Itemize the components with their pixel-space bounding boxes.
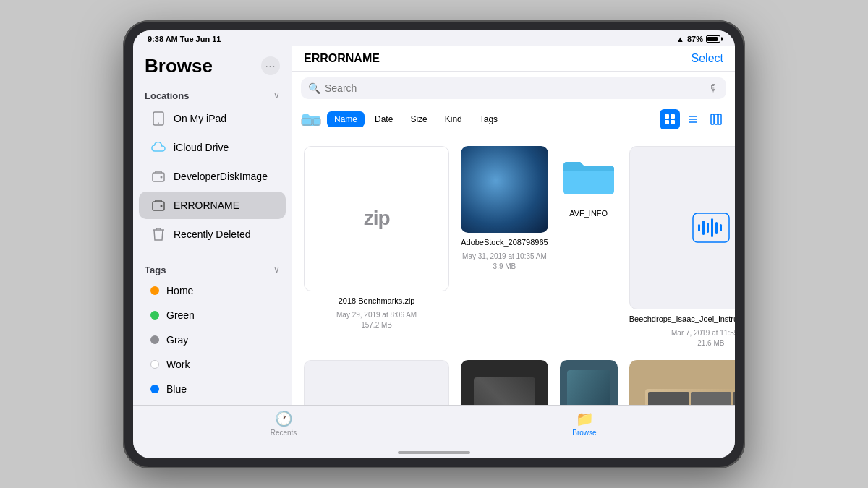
tag-dot-gray bbox=[150, 335, 159, 344]
tag-dot-green bbox=[150, 311, 159, 320]
file-name-avf: AVF_INFO bbox=[569, 208, 608, 218]
file-grid: zip 2018 Benchmarks.zip May 29, 2019 at … bbox=[292, 134, 735, 405]
tab-browse[interactable]: 📁 Browse bbox=[434, 410, 735, 437]
file-item-c0123[interactable]: C0123 Apr 4, 2019 at 12:42 PM364.9 MB bbox=[560, 360, 618, 404]
svg-rect-19 bbox=[698, 224, 700, 231]
file-name-zip: 2018 Benchmarks.zip bbox=[339, 296, 415, 306]
locations-title: Locations bbox=[145, 90, 189, 101]
browser-toolbar: Name Date Size Kind Tags bbox=[292, 105, 735, 134]
tag-green-label: Green bbox=[166, 309, 195, 321]
tab-recents[interactable]: 🕐 Recents bbox=[133, 410, 434, 437]
svg-rect-17 bbox=[718, 114, 721, 124]
tags-title: Tags bbox=[145, 265, 166, 275]
file-name-beechdrops: Beechdrops_Isaac_Joel_instrume...OSSLESS bbox=[629, 314, 735, 324]
mic-icon[interactable]: 🎙 bbox=[709, 82, 719, 94]
status-bar: 9:38 AM Tue Jun 11 ▲ 87% bbox=[133, 30, 735, 46]
view-list-button[interactable] bbox=[683, 109, 703, 129]
tag-dot-blue bbox=[150, 385, 159, 393]
sidebar-item-developer-disk-image[interactable]: DeveloperDiskImage bbox=[139, 163, 286, 190]
battery-text: 87% bbox=[687, 35, 703, 43]
developer-disk-image-label: DeveloperDiskImage bbox=[174, 171, 268, 182]
sidebar-item-errorname[interactable]: ERRORNAME bbox=[139, 192, 286, 219]
tags-section-header: Tags ∨ bbox=[133, 257, 292, 278]
toolbar-left: Name Date Size Kind Tags bbox=[301, 111, 505, 127]
file-meta-zip: May 29, 2019 at 8:06 AM157.2 MB bbox=[336, 310, 417, 330]
icloud-drive-label: iCloud Drive bbox=[174, 142, 229, 153]
browser-header: ERRORNAME Select bbox=[292, 46, 735, 72]
svg-rect-15 bbox=[711, 114, 714, 124]
filter-kind[interactable]: Kind bbox=[438, 111, 469, 127]
status-time: 9:38 AM Tue Jun 11 bbox=[148, 35, 221, 43]
view-buttons bbox=[660, 109, 726, 129]
locations-section-header: Locations ∨ bbox=[133, 83, 292, 104]
sidebar-item-on-my-ipad[interactable]: On My iPad bbox=[139, 105, 286, 132]
filter-buttons: Name Date Size Kind Tags bbox=[327, 111, 505, 127]
svg-rect-22 bbox=[711, 218, 713, 237]
filter-tags[interactable]: Tags bbox=[472, 111, 505, 127]
svg-rect-11 bbox=[671, 120, 675, 124]
tag-item-gray[interactable]: Gray bbox=[139, 328, 286, 351]
file-item-avf[interactable]: AVF_INFO bbox=[560, 146, 618, 349]
main-content: Browse ··· Locations ∨ bbox=[133, 46, 735, 405]
sidebar: Browse ··· Locations ∨ bbox=[133, 46, 292, 405]
svg-rect-24 bbox=[720, 224, 722, 231]
svg-rect-20 bbox=[702, 221, 705, 235]
search-icon: 🔍 bbox=[308, 82, 320, 94]
file-item-bliss[interactable]: Bliss_AlterEgo_instrumental_LOSSLESS Apr… bbox=[304, 360, 449, 404]
svg-rect-2 bbox=[153, 173, 164, 181]
svg-point-5 bbox=[161, 205, 163, 207]
status-right: ▲ 87% bbox=[676, 35, 720, 43]
audio-beechdrops-icon bbox=[689, 210, 733, 246]
trash-icon bbox=[150, 226, 166, 242]
svg-rect-8 bbox=[665, 114, 669, 119]
file-item-c0120[interactable]: C0120 Apr 4, 2019 at 12:38 PM364.9 MB bbox=[461, 360, 548, 404]
tag-item-work[interactable]: Work bbox=[139, 353, 286, 376]
tag-item-home[interactable]: Home bbox=[139, 279, 286, 302]
recents-icon: 🕐 bbox=[275, 410, 293, 427]
battery-icon bbox=[706, 35, 720, 43]
filter-name[interactable]: Name bbox=[327, 111, 365, 127]
browse-label: Browse bbox=[572, 429, 596, 437]
search-bar: 🔍 🎙 bbox=[301, 77, 726, 99]
file-item-c0128[interactable]: C0128 Apr 4, 2019 at 12:44 PM146.8 MB bbox=[629, 360, 735, 404]
folder-icon bbox=[301, 111, 321, 127]
folder-avf-icon bbox=[560, 151, 618, 198]
tag-item-green[interactable]: Green bbox=[139, 304, 286, 327]
file-item-adobe[interactable]: AdobeStock_208798965 May 31, 2019 at 10:… bbox=[461, 146, 548, 349]
view-grid-button[interactable] bbox=[660, 109, 680, 129]
view-columns-button[interactable] bbox=[706, 109, 726, 129]
tag-item-blue[interactable]: Blue bbox=[139, 377, 286, 401]
file-item-beechdrops[interactable]: Beechdrops_Isaac_Joel_instrume...OSSLESS… bbox=[629, 146, 735, 349]
svg-rect-4 bbox=[153, 202, 164, 210]
file-meta-adobe: May 31, 2019 at 10:35 AM3.9 MB bbox=[462, 252, 547, 272]
tag-gray-label: Gray bbox=[166, 334, 188, 346]
svg-rect-10 bbox=[665, 120, 669, 124]
svg-rect-23 bbox=[715, 222, 718, 234]
search-input[interactable] bbox=[325, 82, 705, 94]
filter-size[interactable]: Size bbox=[403, 111, 434, 127]
disk-icon-1 bbox=[150, 168, 166, 184]
select-button[interactable]: Select bbox=[692, 52, 723, 65]
file-item-zip[interactable]: zip 2018 Benchmarks.zip May 29, 2019 at … bbox=[304, 146, 449, 349]
cloud-icon bbox=[150, 140, 166, 155]
home-indicator bbox=[398, 451, 470, 454]
svg-rect-21 bbox=[707, 223, 709, 233]
sidebar-more-button[interactable]: ··· bbox=[261, 56, 280, 75]
file-name-adobe: AdobeStock_208798965 bbox=[461, 237, 548, 247]
tag-home-label: Home bbox=[166, 285, 193, 296]
sidebar-item-icloud-drive[interactable]: iCloud Drive bbox=[139, 134, 286, 161]
adobe-thumb bbox=[461, 146, 548, 234]
filter-date[interactable]: Date bbox=[367, 111, 400, 127]
recently-deleted-label: Recently Deleted bbox=[174, 228, 251, 240]
zip-label: zip bbox=[364, 207, 390, 230]
tag-dot-home bbox=[150, 286, 159, 295]
tag-blue-label: Blue bbox=[166, 383, 187, 395]
sidebar-header: Browse ··· bbox=[133, 46, 292, 83]
c0123-thumb bbox=[567, 370, 610, 404]
browse-title: Browse bbox=[145, 55, 213, 77]
more-icon: ··· bbox=[265, 60, 276, 72]
tag-work-label: Work bbox=[166, 359, 190, 370]
locations-chevron[interactable]: ∨ bbox=[273, 90, 280, 100]
tags-chevron[interactable]: ∨ bbox=[273, 265, 280, 275]
sidebar-item-recently-deleted[interactable]: Recently Deleted bbox=[139, 221, 286, 248]
